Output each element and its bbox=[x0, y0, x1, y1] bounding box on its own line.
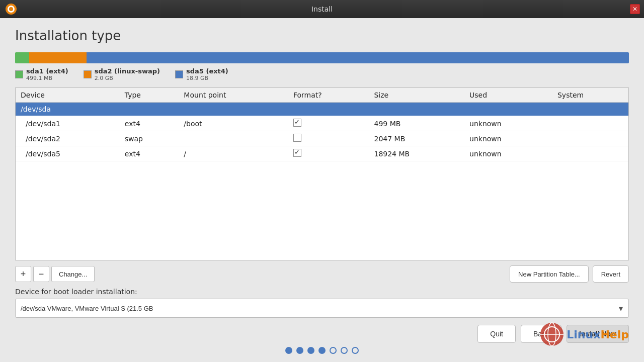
col-device: Device bbox=[16, 88, 120, 103]
col-format: Format? bbox=[288, 88, 369, 103]
page-title: Installation type bbox=[15, 28, 629, 43]
partition-toolbar: + − Change... New Partition Table... Rev… bbox=[15, 265, 629, 283]
cell-type bbox=[120, 103, 179, 116]
svg-point-2 bbox=[9, 7, 13, 11]
bootloader-label: Device for boot loader installation: bbox=[15, 288, 629, 296]
remove-partition-button[interactable]: − bbox=[33, 266, 49, 282]
partition-bar bbox=[15, 52, 629, 63]
titlebar: Install ✕ bbox=[0, 0, 644, 18]
cell-size: 499 MB bbox=[369, 116, 464, 131]
pagination-dot-7 bbox=[352, 347, 359, 354]
partition-bar-wrapper: sda1 (ext4) 499.1 MB sda2 (linux-swap) 2… bbox=[15, 52, 629, 81]
cell-device: /dev/sda bbox=[16, 103, 120, 116]
table-row[interactable]: /dev/sda5 ext4 / 18924 MB unknown bbox=[16, 146, 628, 161]
cell-type: ext4 bbox=[120, 116, 179, 131]
revert-button[interactable]: Revert bbox=[593, 265, 629, 283]
cell-mount bbox=[179, 131, 288, 146]
bootloader-select[interactable]: /dev/sda VMware, VMware Virtual S (21.5 … bbox=[15, 299, 629, 318]
table-row[interactable]: /dev/sda2 swap 2047 MB unknown bbox=[16, 131, 628, 146]
legend-item-sda5: sda5 (ext4) 18.9 GB bbox=[175, 67, 228, 81]
cell-system bbox=[552, 116, 628, 131]
col-type: Type bbox=[120, 88, 179, 103]
cell-mount bbox=[179, 103, 288, 116]
cell-mount: / bbox=[179, 146, 288, 161]
cell-format bbox=[288, 103, 369, 116]
legend-swatch-sda1 bbox=[15, 70, 23, 78]
legend-size-sda1: 499.1 MB bbox=[26, 75, 68, 81]
col-mount: Mount point bbox=[179, 88, 288, 103]
cell-used: unknown bbox=[464, 131, 552, 146]
pagination-dot-2 bbox=[296, 347, 303, 354]
cell-system bbox=[552, 103, 628, 116]
bootloader-select-wrapper: /dev/sda VMware, VMware Virtual S (21.5 … bbox=[15, 299, 629, 318]
cell-system bbox=[552, 131, 628, 146]
cell-used: unknown bbox=[464, 146, 552, 161]
cell-used bbox=[464, 103, 552, 116]
legend-name-sda2: sda2 (linux-swap) bbox=[95, 67, 160, 75]
col-size: Size bbox=[369, 88, 464, 103]
close-button[interactable]: ✕ bbox=[630, 4, 640, 14]
change-partition-button[interactable]: Change... bbox=[51, 266, 95, 282]
partition-legend: sda1 (ext4) 499.1 MB sda2 (linux-swap) 2… bbox=[15, 67, 629, 81]
partition-table: Device Type Mount point Format? Size Use… bbox=[16, 88, 628, 161]
new-partition-table-button[interactable]: New Partition Table... bbox=[510, 265, 589, 283]
legend-name-sda1: sda1 (ext4) bbox=[26, 67, 68, 75]
partition-table-wrapper: Device Type Mount point Format? Size Use… bbox=[15, 87, 629, 260]
legend-name-sda5: sda5 (ext4) bbox=[186, 67, 228, 75]
cell-device: /dev/sda5 bbox=[16, 146, 120, 161]
cell-format bbox=[288, 131, 369, 146]
cell-type: ext4 bbox=[120, 146, 179, 161]
cell-size: 2047 MB bbox=[369, 131, 464, 146]
cell-format bbox=[288, 116, 369, 131]
legend-size-sda5: 18.9 GB bbox=[186, 75, 228, 81]
cell-size: 18924 MB bbox=[369, 146, 464, 161]
cell-type: swap bbox=[120, 131, 179, 146]
cell-device: /dev/sda2 bbox=[16, 131, 120, 146]
checkbox-format-sda5[interactable] bbox=[293, 149, 301, 157]
pagination-dot-5 bbox=[330, 347, 337, 354]
logo-text: LinuxHelp bbox=[567, 328, 629, 341]
window-title: Install bbox=[311, 5, 333, 13]
table-row[interactable]: /dev/sda bbox=[16, 103, 628, 116]
col-used: Used bbox=[464, 88, 552, 103]
table-header-row: Device Type Mount point Format? Size Use… bbox=[16, 88, 628, 103]
table-row[interactable]: /dev/sda1 ext4 /boot 499 MB unknown bbox=[16, 116, 628, 131]
pagination-dots bbox=[15, 347, 629, 354]
pagination-dot-3 bbox=[307, 347, 314, 354]
legend-swatch-sda5 bbox=[175, 70, 183, 78]
partition-bar-sda2 bbox=[29, 52, 86, 63]
pagination-dot-4 bbox=[318, 347, 326, 354]
app-icon bbox=[5, 3, 17, 15]
pagination-dot-1 bbox=[285, 347, 292, 354]
cell-size bbox=[369, 103, 464, 116]
linuxhelp-logo: LinuxHelp bbox=[539, 322, 629, 347]
partition-bar-sda1 bbox=[15, 52, 29, 63]
legend-item-sda2: sda2 (linux-swap) 2.0 GB bbox=[84, 67, 160, 81]
partition-bar-sda5 bbox=[87, 52, 629, 63]
col-system: System bbox=[552, 88, 628, 103]
pagination-dot-6 bbox=[341, 347, 348, 354]
cell-device: /dev/sda1 bbox=[16, 116, 120, 131]
bottom-buttons: Quit Back Install Now bbox=[15, 325, 629, 343]
legend-size-sda2: 2.0 GB bbox=[95, 75, 160, 81]
checkbox-format-sda2[interactable] bbox=[293, 134, 301, 142]
cell-used: unknown bbox=[464, 116, 552, 131]
add-partition-button[interactable]: + bbox=[15, 266, 31, 282]
checkbox-format-sda1[interactable] bbox=[293, 119, 301, 127]
cell-format bbox=[288, 146, 369, 161]
quit-button[interactable]: Quit bbox=[477, 325, 516, 343]
cell-system bbox=[552, 146, 628, 161]
linuxhelp-logo-icon bbox=[539, 322, 565, 347]
legend-item-sda1: sda1 (ext4) 499.1 MB bbox=[15, 67, 68, 81]
legend-swatch-sda2 bbox=[84, 70, 92, 78]
cell-mount: /boot bbox=[179, 116, 288, 131]
